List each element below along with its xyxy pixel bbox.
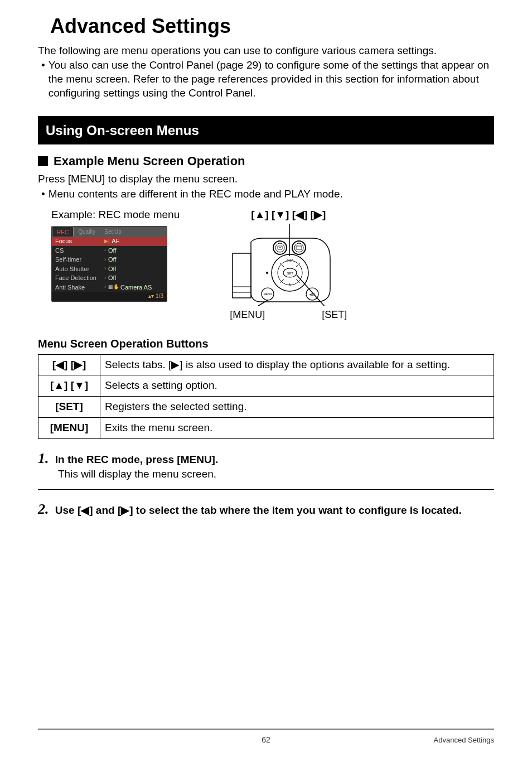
bullet-dot: • bbox=[41, 187, 45, 201]
step-number: 1. bbox=[38, 450, 49, 466]
intro-line: The following are menu operations you ca… bbox=[38, 44, 494, 58]
camera-menu-label: Anti Shake bbox=[55, 283, 104, 292]
step-separator bbox=[38, 489, 494, 490]
ops-button-cell: [SET] bbox=[38, 397, 100, 418]
intro-bullet-text: You also can use the Control Panel (page… bbox=[49, 59, 494, 100]
camera-menu-arrow-icon: › bbox=[104, 274, 108, 282]
camera-menu-label: Auto Shutter bbox=[55, 264, 104, 274]
press-menu-text: Press [MENU] to display the menu screen. bbox=[38, 172, 494, 186]
camera-menu-arrow-icon: › bbox=[104, 256, 108, 264]
page-title: Advanced Settings bbox=[50, 13, 494, 40]
camera-menu-label: Self-timer bbox=[55, 255, 104, 264]
camera-control-diagram: SET DISP ϟ MENU ● bbox=[230, 223, 347, 306]
ops-button-cell: [◀] [▶] bbox=[38, 354, 100, 375]
table-row: [◀] [▶] Selects tabs. [▶] is also used t… bbox=[38, 354, 494, 375]
camera-menu-row: CS › Off bbox=[52, 246, 167, 255]
camera-menu-tab-setup: Set Up bbox=[100, 226, 126, 237]
subheading-bullet-icon bbox=[38, 156, 48, 166]
anti-shake-icon: ▦✋ bbox=[108, 283, 120, 291]
page-footer: 62 Advanced Settings bbox=[38, 729, 494, 745]
camera-menu-value: Off bbox=[108, 264, 116, 274]
subheading-example-operation: Example Menu Screen Operation bbox=[54, 153, 245, 170]
camera-menu-value: Off bbox=[108, 273, 116, 283]
camera-menu-tab-rec: REC bbox=[52, 226, 74, 237]
section-header-using-menus: Using On-screen Menus bbox=[38, 116, 494, 144]
camera-menu-row: Auto Shutter › Off bbox=[52, 264, 167, 274]
bullet-dot: • bbox=[41, 59, 45, 100]
camera-menu-row: Anti Shake › ▦✋ Camera AS bbox=[52, 283, 167, 292]
camera-menu-screenshot: REC Quality Set Up Focus ▶| AF CS › Off bbox=[51, 226, 167, 302]
ops-desc-cell: Selects a setting option. bbox=[100, 375, 494, 397]
footer-title: Advanced Settings bbox=[434, 736, 494, 745]
page-number: 62 bbox=[38, 735, 494, 745]
camera-menu-arrow-icon: › bbox=[104, 265, 108, 273]
step-title: Use [◀] and [▶] to select the tab where … bbox=[55, 504, 462, 516]
table-row: [▲] [▼] Selects a setting option. bbox=[38, 375, 494, 397]
diagram-arrow-keys-label: [▲] [▼] [◀] [▶] bbox=[230, 208, 347, 222]
camera-menu-row: Self-timer › Off bbox=[52, 255, 167, 264]
svg-text:MENU: MENU bbox=[264, 292, 272, 296]
camera-menu-value: Off bbox=[108, 246, 116, 255]
ops-desc-cell: Registers the selected setting. bbox=[100, 397, 494, 418]
operations-heading: Menu Screen Operation Buttons bbox=[38, 336, 494, 351]
diagram-set-label: [SET] bbox=[322, 308, 347, 321]
camera-menu-row-focus: Focus ▶| AF bbox=[52, 237, 167, 246]
camera-menu-row: Face Detection › Off bbox=[52, 273, 167, 283]
svg-text:SET: SET bbox=[287, 272, 293, 275]
ops-desc-cell: Selects tabs. [▶] is also used to displa… bbox=[100, 354, 494, 375]
step-1: 1. In the REC mode, press [MENU]. This w… bbox=[38, 449, 494, 481]
ops-button-cell: [▲] [▼] bbox=[38, 375, 100, 397]
camera-menu-arrow-icon: › bbox=[104, 283, 108, 291]
camera-menu-label: Focus bbox=[55, 237, 104, 246]
camera-menu-value: Off bbox=[108, 255, 116, 264]
table-row: [SET] Registers the selected setting. bbox=[38, 397, 494, 418]
operations-table: [◀] [▶] Selects tabs. [▶] is also used t… bbox=[38, 354, 494, 439]
camera-menu-label: CS bbox=[55, 246, 104, 255]
rec-play-note: Menu contents are different in the REC m… bbox=[49, 187, 494, 201]
step-title: In the REC mode, press [MENU]. bbox=[55, 454, 218, 465]
svg-text:ϟ: ϟ bbox=[289, 283, 292, 287]
camera-menu-value: AF bbox=[112, 237, 119, 246]
diagram-menu-label: [MENU] bbox=[230, 308, 265, 321]
svg-rect-6 bbox=[296, 246, 302, 249]
step-number: 2. bbox=[38, 501, 49, 517]
svg-text:DISP: DISP bbox=[287, 259, 293, 262]
svg-line-23 bbox=[258, 300, 268, 306]
example-caption: Example: REC mode menu bbox=[51, 208, 180, 222]
ops-button-cell: [MENU] bbox=[38, 417, 100, 438]
camera-menu-label: Face Detection bbox=[55, 273, 104, 283]
camera-menu-arrow-icon: ▶| bbox=[104, 238, 112, 245]
camera-menu-value: Camera AS bbox=[120, 283, 152, 292]
step-body: This will display the menu screen. bbox=[58, 467, 494, 481]
table-row: [MENU] Exits the menu screen. bbox=[38, 417, 494, 438]
svg-point-5 bbox=[294, 243, 303, 252]
ops-desc-cell: Exits the menu screen. bbox=[100, 417, 494, 438]
camera-menu-tab-quality: Quality bbox=[74, 226, 100, 237]
step-2: 2. Use [◀] and [▶] to select the tab whe… bbox=[38, 500, 494, 519]
camera-menu-page-indicator: ▴▾ 1/3 bbox=[52, 292, 167, 301]
camera-menu-arrow-icon: › bbox=[104, 247, 108, 254]
svg-point-18 bbox=[266, 272, 268, 274]
